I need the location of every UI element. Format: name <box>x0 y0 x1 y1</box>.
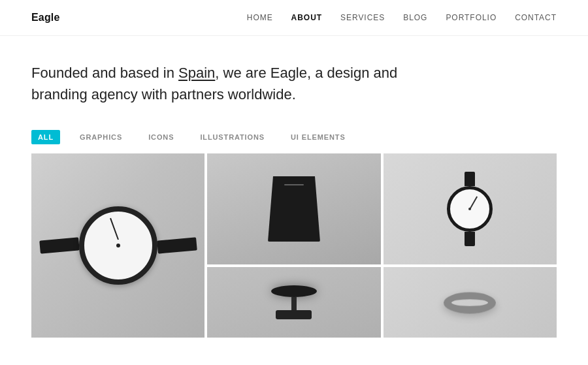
filter-bar: ALL GRAPHICS ICONS ILLUSTRATIONS UI ELEM… <box>0 121 588 153</box>
hero-text-after2: branding agency with partners worldwide. <box>31 86 296 103</box>
nav-about[interactable]: ABOUT <box>291 13 322 22</box>
hero-text: Founded and based in Spain, we are Eagle… <box>31 62 410 105</box>
nav-portfolio[interactable]: PORTFOLIO <box>446 13 497 22</box>
filter-icons[interactable]: ICONS <box>142 130 180 144</box>
hero-text-before: Founded and based in <box>31 65 178 81</box>
site-logo[interactable]: Eagle <box>31 12 60 24</box>
filter-illustrations[interactable]: ILLUSTRATIONS <box>193 130 271 144</box>
gallery-grid <box>0 153 588 338</box>
nav-services[interactable]: SERVICES <box>340 13 385 22</box>
hero-text-after1: , we are Eagle, a design and <box>215 65 397 81</box>
gallery-item-ring[interactable] <box>384 267 557 338</box>
gallery-item-watch-simple[interactable] <box>384 153 557 264</box>
site-header: Eagle HOME ABOUT SERVICES BLOG PORTFOLIO… <box>0 0 588 36</box>
filter-graphics[interactable]: GRAPHICS <box>73 130 129 144</box>
gallery-item-speaker[interactable] <box>207 153 380 264</box>
main-nav: HOME ABOUT SERVICES BLOG PORTFOLIO CONTA… <box>247 13 557 22</box>
filter-all[interactable]: ALL <box>31 130 60 144</box>
gallery-item-disc[interactable] <box>207 267 380 338</box>
nav-home[interactable]: HOME <box>247 13 273 22</box>
hero-section: Founded and based in Spain, we are Eagle… <box>0 36 588 121</box>
filter-ui-elements[interactable]: UI ELEMENTS <box>284 130 352 144</box>
gallery-item-watch-chrono[interactable] <box>31 153 204 338</box>
nav-contact[interactable]: CONTACT <box>515 13 557 22</box>
nav-blog[interactable]: BLOG <box>403 13 427 22</box>
hero-highlight: Spain <box>178 65 215 81</box>
